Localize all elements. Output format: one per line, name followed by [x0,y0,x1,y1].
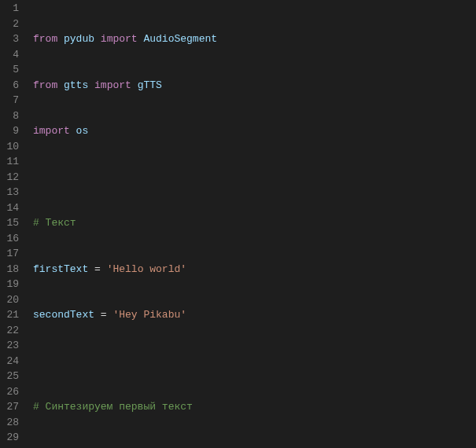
line-number: 19 [5,277,19,292]
line-number: 26 [5,384,19,400]
line-number: 4 [5,47,19,63]
line-number: 20 [5,292,19,308]
line-number: 24 [5,354,19,369]
line-number: 6 [5,78,19,94]
code-area[interactable]: from pydub import AudioSegment from gtts… [27,0,476,448]
line-number: 25 [5,369,19,384]
line-number: 14 [5,200,19,216]
code-line[interactable]: secondText = 'Hey Pikabu' [33,307,476,323]
code-line[interactable]: # Текст [33,215,476,231]
line-number: 27 [5,399,19,415]
line-number: 17 [5,246,19,262]
line-number: 10 [5,139,19,155]
line-number: 1 [5,1,19,17]
line-number: 28 [5,415,19,431]
line-number: 7 [5,93,19,108]
line-number: 15 [5,215,19,231]
line-number: 2 [5,17,19,32]
code-line[interactable]: import os [33,123,476,139]
code-line[interactable]: firstText = 'Hello world' [33,262,476,277]
line-number: 18 [5,262,19,277]
code-line[interactable]: # Синтезируем первый текст [33,399,476,415]
line-number: 8 [5,108,19,124]
code-editor[interactable]: 1 2 3 4 5 6 7 8 9 10 11 12 13 14 15 16 1… [0,0,476,448]
line-number: 5 [5,62,19,78]
line-number: 29 [5,430,19,446]
code-line[interactable]: from gtts import gTTS [33,78,476,94]
line-number: 21 [5,307,19,323]
line-number: 11 [5,154,19,170]
line-number: 22 [5,323,19,339]
line-number: 3 [5,31,19,47]
line-number: 23 [5,338,19,354]
code-line[interactable]: from pydub import AudioSegment [33,31,476,47]
line-number: 9 [5,123,19,139]
line-number-gutter: 1 2 3 4 5 6 7 8 9 10 11 12 13 14 15 16 1… [0,0,27,448]
line-number: 16 [5,231,19,247]
code-line[interactable]: firstTTS = gTTS(text = firstText, lang =… [33,446,476,449]
line-number: 13 [5,185,19,200]
code-line[interactable] [33,354,476,369]
line-number: 12 [5,170,19,185]
code-line[interactable] [33,170,476,185]
